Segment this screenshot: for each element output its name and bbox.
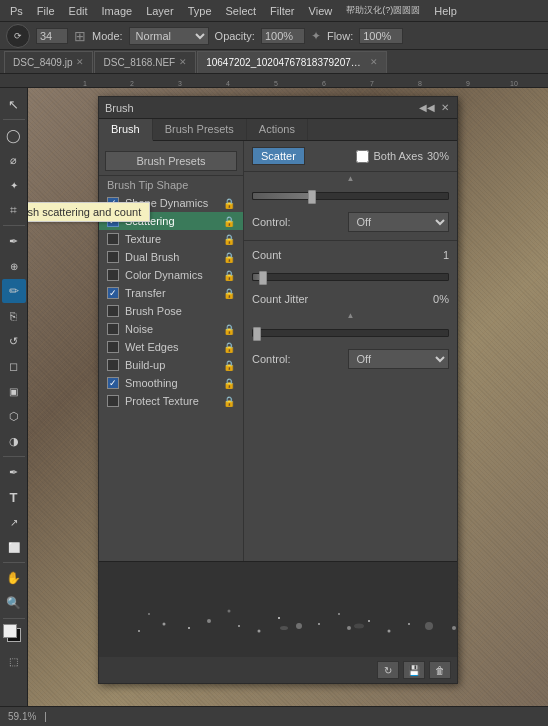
brush-tool[interactable]: ✏	[2, 279, 26, 303]
tab-bar: DSC_8409.jp ✕ DSC_8168.NEF ✕ 10647202_10…	[0, 50, 548, 74]
brush-item-scattering[interactable]: ✓ Scattering 🔒	[99, 212, 243, 230]
history-brush-tool[interactable]: ↺	[2, 329, 26, 353]
count-jitter-slider-track[interactable]	[252, 329, 449, 337]
tab-dsc8409[interactable]: DSC_8409.jp ✕	[4, 51, 93, 73]
panel-btn-cycle[interactable]: ↻	[377, 661, 399, 679]
menu-filter[interactable]: Filter	[264, 3, 300, 19]
svg-point-16	[338, 613, 340, 615]
color-swatch[interactable]	[3, 624, 25, 646]
noise-checkbox[interactable]	[107, 323, 119, 335]
panel-tab-brush[interactable]: Brush	[99, 119, 153, 141]
hand-tool[interactable]: ✋	[2, 566, 26, 590]
count-slider-row[interactable]	[244, 265, 457, 289]
brush-item-shape-dynamics[interactable]: ✓ Shape Dynamics 🔒	[99, 194, 243, 212]
panel-collapse-btn[interactable]: ◀◀	[417, 102, 437, 113]
menu-edit[interactable]: Edit	[63, 3, 94, 19]
tab-main[interactable]: 10647202_10204767818379207_2909540113386…	[197, 51, 387, 73]
select-tool[interactable]: ↖	[2, 92, 26, 116]
brush-item-buildup[interactable]: Build-up 🔒	[99, 356, 243, 374]
shape-tool[interactable]: ⬜	[2, 535, 26, 559]
smoothing-checkbox[interactable]: ✓	[107, 377, 119, 389]
menu-layer[interactable]: Layer	[140, 3, 180, 19]
options-bar: ⟳ ⊞ Mode: Normal Opacity: ✦ Flow:	[0, 22, 548, 50]
menu-image[interactable]: Image	[96, 3, 139, 19]
count-slider-track[interactable]	[252, 273, 449, 281]
blur-tool[interactable]: ⬡	[2, 404, 26, 428]
eraser-tool[interactable]: ◻	[2, 354, 26, 378]
menu-type[interactable]: Type	[182, 3, 218, 19]
brush-item-color-dynamics[interactable]: Color Dynamics 🔒	[99, 266, 243, 284]
menu-view[interactable]: View	[303, 3, 339, 19]
brush-item-wet-edges[interactable]: Wet Edges 🔒	[99, 338, 243, 356]
eyedropper-tool[interactable]: ✒	[2, 229, 26, 253]
opacity-input[interactable]	[261, 28, 305, 44]
pen-tool[interactable]: ✒	[2, 460, 26, 484]
ellipse-select-tool[interactable]: ◯	[2, 123, 26, 147]
control-select-2[interactable]: Off	[348, 349, 450, 369]
brush-item-brush-pose[interactable]: Brush Pose	[99, 302, 243, 320]
brush-presets-btn[interactable]: Brush Presets	[105, 151, 237, 171]
tab-dsc8168[interactable]: DSC_8168.NEF ✕	[94, 51, 196, 73]
quick-select-tool[interactable]: ✦	[2, 173, 26, 197]
brush-preview-area	[99, 561, 457, 656]
brush-item-noise[interactable]: Noise 🔒	[99, 320, 243, 338]
zoom-tool[interactable]: 🔍	[2, 591, 26, 615]
scatter-slider-thumb[interactable]	[308, 190, 316, 204]
texture-checkbox[interactable]	[107, 233, 119, 245]
menu-help[interactable]: Help	[428, 3, 463, 19]
menu-ps[interactable]: Ps	[4, 3, 29, 19]
brush-item-dual-brush[interactable]: Dual Brush 🔒	[99, 248, 243, 266]
mode-select[interactable]: Normal	[129, 27, 209, 45]
protect-texture-checkbox[interactable]	[107, 395, 119, 407]
panel-btn-save[interactable]: 💾	[403, 661, 425, 679]
panel-body: Brush Presets Brush Tip Shape ✓ Shape Dy…	[99, 141, 457, 561]
both-axes-checkbox[interactable]	[356, 150, 369, 163]
control-select-1[interactable]: Off	[348, 212, 450, 232]
count-slider-thumb[interactable]	[259, 271, 267, 285]
panel-tab-brush-presets[interactable]: Brush Presets	[153, 119, 247, 140]
brush-item-protect-texture[interactable]: Protect Texture 🔒	[99, 392, 243, 410]
gradient-tool[interactable]: ▣	[2, 379, 26, 403]
text-tool[interactable]: T	[2, 485, 26, 509]
brush-item-transfer[interactable]: ✓ Transfer 🔒	[99, 284, 243, 302]
tab-close-2[interactable]: ✕	[370, 57, 378, 67]
menu-select[interactable]: Select	[220, 3, 263, 19]
count-jitter-slider-area: ▲	[244, 309, 457, 320]
tab-close-1[interactable]: ✕	[179, 57, 187, 67]
spot-heal-tool[interactable]: ⊕	[2, 254, 26, 278]
transfer-checkbox[interactable]: ✓	[107, 287, 119, 299]
brush-size-input[interactable]	[36, 28, 68, 44]
svg-point-17	[452, 626, 456, 630]
menu-chinese[interactable]: 帮助汉化(?)圆圆圆	[340, 2, 426, 19]
wet-edges-checkbox[interactable]	[107, 341, 119, 353]
lasso-tool[interactable]: ⌀	[2, 148, 26, 172]
brush-item-brush-tip[interactable]: Brush Tip Shape	[99, 176, 243, 194]
path-select-tool[interactable]: ↗	[2, 510, 26, 534]
quick-mask-tool[interactable]: ⬚	[2, 649, 26, 673]
panel-close-btn[interactable]: ✕	[439, 102, 451, 113]
clone-tool[interactable]: ⎘	[2, 304, 26, 328]
brush-item-smoothing[interactable]: ✓ Smoothing 🔒	[99, 374, 243, 392]
shape-dynamics-checkbox[interactable]: ✓	[107, 197, 119, 209]
svg-point-18	[280, 626, 288, 630]
flow-input[interactable]	[359, 28, 403, 44]
menu-file[interactable]: File	[31, 3, 61, 19]
panel-controls: ◀◀ ✕	[417, 102, 451, 113]
brush-preview[interactable]: ⟳	[6, 24, 30, 48]
count-jitter-slider-row[interactable]	[244, 321, 457, 345]
color-dynamics-checkbox[interactable]	[107, 269, 119, 281]
scatter-slider-row[interactable]	[244, 184, 457, 208]
scatter-button[interactable]: Scatter	[252, 147, 305, 165]
dual-brush-checkbox[interactable]	[107, 251, 119, 263]
scattering-checkbox[interactable]: ✓	[107, 215, 119, 227]
brush-item-texture[interactable]: Texture 🔒	[99, 230, 243, 248]
panel-tab-actions[interactable]: Actions	[247, 119, 308, 140]
crop-tool[interactable]: ⌗	[2, 198, 26, 222]
buildup-checkbox[interactable]	[107, 359, 119, 371]
count-jitter-slider-thumb[interactable]	[253, 327, 261, 341]
panel-btn-delete[interactable]: 🗑	[429, 661, 451, 679]
scatter-slider-track[interactable]	[252, 192, 449, 200]
tab-close-0[interactable]: ✕	[76, 57, 84, 67]
dodge-tool[interactable]: ◑	[2, 429, 26, 453]
brush-pose-checkbox[interactable]	[107, 305, 119, 317]
